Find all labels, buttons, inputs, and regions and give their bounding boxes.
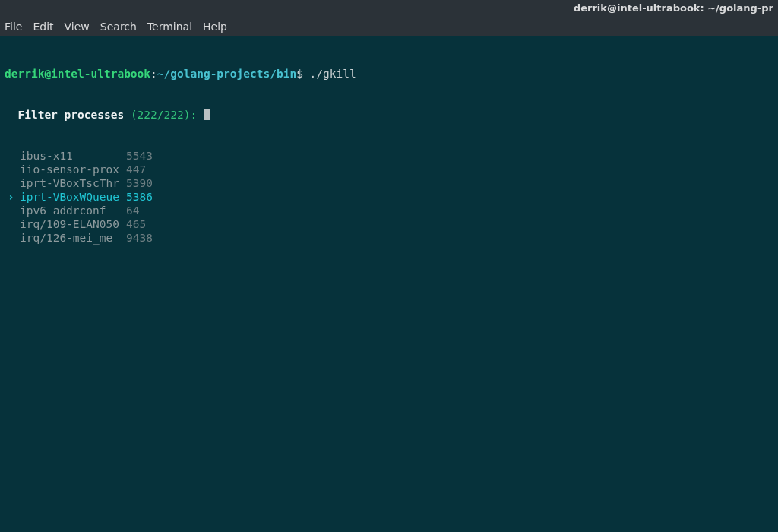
process-pid: 9438 [126, 231, 153, 245]
process-pid: 5390 [126, 176, 153, 190]
process-row[interactable]: ibus-x115543 [5, 149, 773, 163]
process-pid: 5543 [126, 149, 153, 163]
entered-command: ./gkill [310, 68, 356, 80]
process-pid: 465 [126, 217, 146, 231]
process-row[interactable]: ipv6_addrconf64 [5, 204, 773, 217]
process-pid: 64 [126, 204, 139, 217]
process-row[interactable]: irq/109-ELAN050465 [5, 217, 773, 231]
process-name: iprt-VBoxWQueue [20, 190, 126, 204]
terminal-viewport[interactable]: derrik@intel-ultrabook:~/golang-projects… [0, 36, 778, 532]
process-pid: 5386 [126, 190, 153, 204]
process-name: iprt-VBoxTscThr [20, 176, 126, 190]
process-name: ibus-x11 [20, 149, 126, 163]
menu-help[interactable]: Help [203, 21, 227, 33]
process-row[interactable]: iio-sensor-prox447 [5, 163, 773, 176]
prompt-separator: : [150, 68, 157, 80]
menu-file[interactable]: File [5, 21, 22, 33]
process-pid: 447 [126, 163, 146, 176]
process-row[interactable]: iprt-VBoxTscThr5390 [5, 176, 773, 190]
prompt-line: derrik@intel-ultrabook:~/golang-projects… [5, 67, 773, 81]
process-row[interactable]: irq/126-mei_me9438 [5, 231, 773, 245]
process-row[interactable]: ›iprt-VBoxWQueue5386 [5, 190, 773, 204]
menu-edit[interactable]: Edit [33, 21, 53, 33]
prompt-user-host: derrik@intel-ultrabook [5, 68, 150, 80]
menu-view[interactable]: View [65, 21, 90, 33]
menubar: File Edit View Search Terminal Help [0, 17, 778, 36]
menu-search[interactable]: Search [100, 21, 137, 33]
window-title-text: derrik@intel-ultrabook: ~/golang-pr [574, 2, 773, 14]
selection-marker-icon: › [8, 190, 17, 204]
process-name: irq/109-ELAN050 [20, 217, 126, 231]
window-titlebar: derrik@intel-ultrabook: ~/golang-pr [0, 0, 778, 17]
filter-count: (222/222): [131, 109, 197, 121]
process-name: ipv6_addrconf [20, 204, 126, 217]
process-name: iio-sensor-prox [20, 163, 126, 176]
filter-label: Filter processes [17, 109, 124, 121]
process-name: irq/126-mei_me [20, 231, 126, 245]
prompt-suffix: $ [296, 68, 303, 80]
menu-terminal[interactable]: Terminal [147, 21, 192, 33]
prompt-path: ~/golang-projects/bin [157, 68, 296, 80]
text-cursor-icon [204, 109, 210, 120]
process-list[interactable]: ibus-x115543iio-sensor-prox447iprt-VBoxT… [5, 149, 773, 245]
filter-line: Filter processes (222/222): [5, 108, 773, 122]
